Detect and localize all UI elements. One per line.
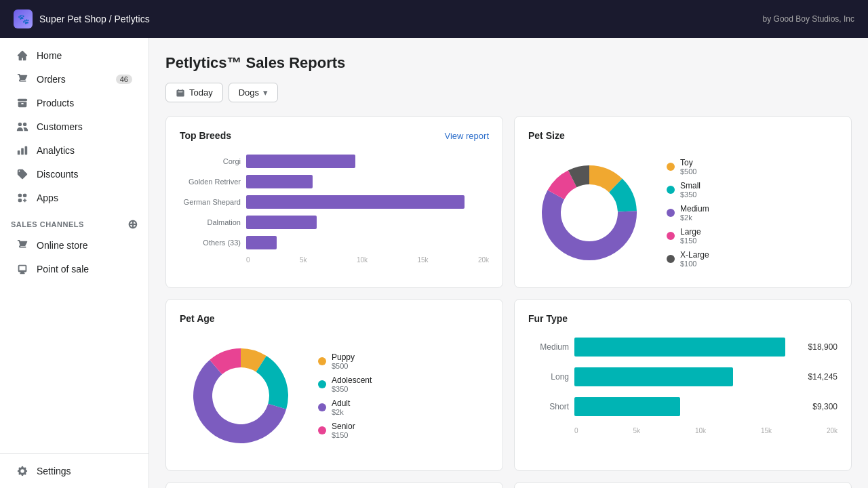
sidebar-item-orders[interactable]: Orders 46 [5,68,143,91]
fur-type-card: Fur Type Medium $18,900 Long $14,245 Sho… [514,299,852,471]
sidebar-item-home[interactable]: Home [5,44,143,67]
orders-icon [16,73,28,85]
sidebar-item-discounts[interactable]: Discounts [5,163,143,186]
legend-dot [667,232,675,240]
sidebar-item-products[interactable]: Products [5,92,143,115]
h-bar-value: $14,245 [808,372,837,382]
axis-label: 15k [761,427,772,434]
apps-icon [16,192,28,204]
sidebar-item-apps-label: Apps [37,192,58,203]
bottom-cards: Sheds Energy Level [165,482,852,488]
top-breeds-chart: Corgi Golden Retriver German Shepard Dal… [180,152,489,266]
legend-item: Large $150 [667,227,709,245]
h-bar-fill [574,397,680,416]
sidebar-item-apps[interactable]: Apps [5,186,143,209]
bar-fill [246,236,277,249]
sidebar-item-products-label: Products [37,98,74,108]
sidebar-item-customers-label: Customers [37,121,83,132]
legend-value: $350 [680,190,701,199]
bar-row: Others (33) [180,236,489,249]
axis-label: 10k [357,256,368,264]
dogs-filter-select[interactable]: Dogs ▾ [229,83,278,102]
sidebar-item-discounts-label: Discounts [37,169,78,180]
orders-badge: 46 [116,75,132,84]
dogs-filter-label: Dogs [239,87,259,98]
pet-age-donut [180,335,302,457]
pet-age-title: Pet Age [180,313,215,324]
customers-icon [16,121,28,133]
legend-item: Medium $2k [667,204,709,222]
legend-label: Senior [332,422,355,431]
fur-type-title: Fur Type [528,313,568,324]
today-filter-label: Today [189,87,213,98]
layout: Home Orders 46 Products Customers [0,38,868,488]
sales-channels-section: SALES CHANNELS ⊕ [0,210,149,233]
today-filter-button[interactable]: Today [165,83,223,102]
bar-track [246,236,489,249]
legend-value: $500 [680,167,696,176]
sidebar-item-analytics-label: Analytics [37,145,75,156]
top-breeds-card: Top Breeds View report Corgi Golden Retr… [165,116,503,288]
pet-size-title: Pet Size [528,130,565,141]
axis-label: 0 [574,427,578,434]
axis-label: 15k [417,256,428,264]
h-bar-fill [574,367,733,386]
h-bar-track [574,397,802,416]
bar-row: Corgi [180,155,489,168]
legend-label: Adolescent [332,375,372,385]
bar-row: German Shepard [180,195,489,209]
main-content: Petlytics™ Sales Reports Today Dogs ▾ To… [149,38,868,488]
legend-label: Puppy [332,352,355,362]
axis-label: 5k [633,427,640,434]
top-breeds-view-report[interactable]: View report [444,131,489,141]
h-bar-row: Long $14,245 [528,367,837,386]
bar-label: Golden Retriver [180,178,241,186]
legend-item: Small $350 [667,181,709,199]
axis-label: 10k [695,427,706,434]
filter-bar: Today Dogs ▾ [165,83,852,102]
bar-row: Golden Retriver [180,175,489,188]
legend-item: Toy $500 [667,158,709,176]
top-breeds-header: Top Breeds View report [180,130,489,141]
bar-track [246,195,489,209]
topbar-credit: by Good Boy Studios, Inc [763,14,854,24]
sidebar-item-orders-label: Orders [37,74,66,85]
pet-age-card: Pet Age Puppy $500 Adolescent $350 Adult… [165,299,503,471]
legend-dot [667,163,675,171]
sidebar-item-online-store-label: Online store [37,240,87,251]
add-channel-icon[interactable]: ⊕ [127,218,138,230]
bar-label: Dalmation [180,218,241,226]
fur-type-chart: Medium $18,900 Long $14,245 Short $9,300… [528,335,837,437]
pet-size-header: Pet Size [528,130,837,141]
legend-dot [318,357,326,365]
app-logo: 🐾 [14,9,33,28]
charts-grid: Top Breeds View report Corgi Golden Retr… [165,116,852,471]
bar-row: Dalmation [180,216,489,229]
sheds-card: Sheds [165,482,503,488]
pet-age-donut-container: Puppy $500 Adolescent $350 Adult $2k Sen… [180,335,489,457]
bar-fill [246,155,355,168]
home-icon [16,49,28,62]
legend-label: Medium [680,204,709,214]
sidebar-item-online-store[interactable]: Online store [5,234,143,257]
legend-item: Adolescent $350 [318,375,372,393]
legend-label: Large [680,227,701,237]
pos-icon [16,263,28,275]
sidebar-footer: Settings [0,453,149,488]
bar-label: Others (33) [180,239,241,247]
discounts-icon [16,168,28,180]
sidebar-item-point-of-sale[interactable]: Point of sale [5,258,143,281]
h-bar-track [574,367,797,386]
bar-track [246,155,489,168]
legend-value: $350 [332,385,372,393]
legend-dot [667,255,675,263]
sidebar-item-settings[interactable]: Settings [5,460,143,483]
bar-fill [246,216,317,229]
bar-fill [246,195,465,209]
pet-size-donut-container: Toy $500 Small $350 Medium $2k Large $15… [528,152,837,274]
legend-value: $2k [332,408,350,416]
sidebar-nav: Home Orders 46 Products Customers [0,38,149,453]
sidebar-item-customers[interactable]: Customers [5,115,143,138]
legend-value: $150 [680,237,701,245]
sidebar-item-analytics[interactable]: Analytics [5,139,143,162]
